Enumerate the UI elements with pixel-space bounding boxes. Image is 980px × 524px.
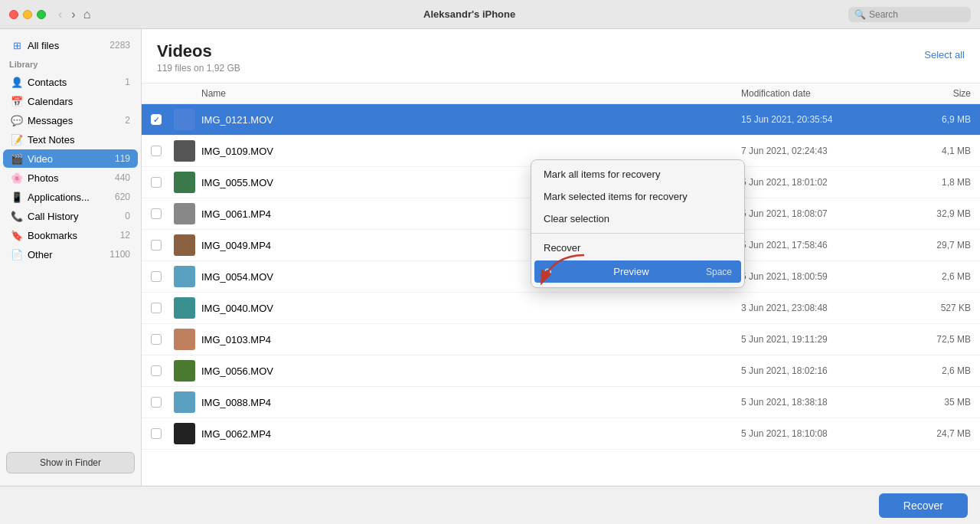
- table-row[interactable]: IMG_0121.MOV15 Jun 2021, 20:35:546,9 MB: [142, 104, 980, 136]
- sidebar-label-other: Other: [28, 249, 105, 260]
- calendars-icon: 📅: [11, 95, 23, 107]
- sidebar-item-messages[interactable]: 💬 Messages 2: [3, 111, 138, 129]
- table-row[interactable]: IMG_0040.MOV3 Jun 2021, 23:08:48527 KB: [142, 293, 980, 324]
- titlebar: ‹ › ⌂ Aleksandr's iPhone 🔍: [0, 0, 980, 29]
- table-row[interactable]: IMG_0103.MP45 Jun 2021, 19:11:2972,5 MB: [142, 324, 980, 355]
- file-thumbnail: [174, 423, 195, 444]
- file-thumbnail: [174, 234, 195, 256]
- context-menu: Mark all items for recovery Mark selecte…: [531, 159, 745, 288]
- file-size: 35 MB: [894, 397, 971, 408]
- sidebar-count-bookmarks: 12: [120, 230, 130, 241]
- file-size: 1,8 MB: [894, 177, 971, 188]
- home-button[interactable]: ⌂: [83, 8, 91, 21]
- sidebar-item-call-history[interactable]: 📞 Call History 0: [3, 207, 138, 225]
- sidebar-item-contacts[interactable]: 👤 Contacts 1: [3, 73, 138, 91]
- row-checkbox[interactable]: [151, 397, 162, 408]
- sidebar-count-all-files: 2283: [109, 40, 130, 51]
- file-date: 5 Jun 2021, 17:58:46: [741, 240, 894, 251]
- sidebar-label-contacts: Contacts: [28, 77, 120, 88]
- file-name: IMG_0040.MOV: [201, 303, 741, 314]
- sidebar-item-calendars[interactable]: 📅 Calendars: [3, 92, 138, 110]
- row-checkbox[interactable]: [151, 177, 162, 188]
- sidebar-item-photos[interactable]: 🌸 Photos 440: [3, 169, 138, 187]
- row-checkbox[interactable]: [151, 303, 162, 313]
- minimize-button[interactable]: [23, 10, 32, 19]
- row-checkbox[interactable]: [151, 271, 162, 282]
- file-size: 527 KB: [894, 303, 971, 313]
- table-row[interactable]: IMG_0056.MOV5 Jun 2021, 18:02:162,6 MB: [142, 355, 980, 387]
- header-text: Videos 119 files on 1,92 GB: [157, 41, 240, 74]
- search-bar[interactable]: 🔍: [848, 7, 971, 22]
- sidebar-item-applications[interactable]: 📱 Applications... 620: [3, 188, 138, 206]
- table-row[interactable]: IMG_0062.MP45 Jun 2021, 18:10:0824,7 MB: [142, 418, 980, 450]
- file-date: 5 Jun 2021, 18:00:59: [741, 271, 894, 282]
- show-finder-button[interactable]: Show in Finder: [6, 452, 135, 473]
- sidebar: ⊞ All files 2283 Library 👤 Contacts 1 📅 …: [0, 29, 142, 486]
- video-icon: 🎬: [11, 152, 23, 165]
- text-notes-icon: 📝: [11, 133, 23, 146]
- sidebar-count-messages: 2: [125, 115, 130, 126]
- sidebar-count-photos: 440: [115, 172, 130, 183]
- sidebar-item-text-notes[interactable]: 📝 Text Notes: [3, 130, 138, 149]
- menu-item-mark-all[interactable]: Mark all items for recovery: [531, 163, 744, 185]
- file-size: 2,6 MB: [894, 271, 971, 282]
- table-row[interactable]: IMG_0088.MP45 Jun 2021, 18:38:1835 MB: [142, 387, 980, 418]
- row-checkbox[interactable]: [151, 334, 162, 345]
- call-history-icon: 📞: [11, 210, 23, 222]
- sidebar-label-calendars: Calendars: [28, 96, 130, 107]
- sidebar-count-contacts: 1: [125, 77, 130, 87]
- file-thumbnail: [174, 329, 195, 350]
- col-header-size: Size: [894, 88, 971, 99]
- select-all-button[interactable]: Select all: [924, 46, 965, 64]
- sidebar-label-photos: Photos: [28, 172, 110, 184]
- file-thumbnail: [174, 360, 195, 382]
- row-checkbox[interactable]: [151, 146, 162, 156]
- applications-icon: 📱: [11, 191, 23, 203]
- file-thumbnail: [174, 109, 195, 130]
- file-date: 5 Jun 2021, 18:01:02: [741, 177, 894, 188]
- messages-icon: 💬: [11, 114, 23, 126]
- sidebar-item-video[interactable]: 🎬 Video 119: [3, 149, 138, 168]
- file-thumbnail: [174, 266, 195, 287]
- sidebar-label-all-files: All files: [28, 40, 105, 51]
- file-size: 24,7 MB: [894, 428, 971, 439]
- row-checkbox[interactable]: [151, 114, 162, 125]
- recover-button[interactable]: Recover: [879, 493, 968, 518]
- photos-icon: 🌸: [11, 172, 23, 184]
- row-checkbox[interactable]: [151, 365, 162, 376]
- page-title: Videos: [157, 41, 240, 61]
- forward-button[interactable]: ›: [68, 7, 78, 22]
- preview-icon: ⊙: [544, 266, 552, 277]
- row-checkbox[interactable]: [151, 428, 162, 439]
- menu-item-clear-selection[interactable]: Clear selection: [531, 208, 744, 230]
- sidebar-item-all-files[interactable]: ⊞ All files 2283: [3, 36, 138, 54]
- back-button[interactable]: ‹: [55, 7, 65, 22]
- menu-item-mark-selected[interactable]: Mark selected items for recovery: [531, 185, 744, 208]
- file-size: 6,9 MB: [894, 114, 971, 125]
- row-checkbox[interactable]: [151, 208, 162, 219]
- sidebar-label-text-notes: Text Notes: [28, 134, 130, 146]
- nav-buttons: ‹ ›: [55, 7, 79, 22]
- page-subtitle: 119 files on 1,92 GB: [157, 63, 240, 74]
- file-name: IMG_0056.MOV: [201, 365, 741, 377]
- bottom-bar: Recover: [0, 486, 980, 524]
- file-size: 32,9 MB: [894, 208, 971, 219]
- file-date: 5 Jun 2021, 18:10:08: [741, 428, 894, 439]
- file-date: 5 Jun 2021, 19:11:29: [741, 334, 894, 345]
- close-button[interactable]: [9, 10, 18, 19]
- window-title: Aleksandr's iPhone: [90, 8, 848, 20]
- search-input[interactable]: [869, 9, 961, 20]
- menu-item-preview[interactable]: ⊙ Preview Space: [534, 260, 741, 283]
- row-checkbox[interactable]: [151, 240, 162, 251]
- file-size: 72,5 MB: [894, 334, 971, 345]
- file-thumbnail: [174, 172, 195, 193]
- search-icon: 🔍: [854, 9, 866, 20]
- maximize-button[interactable]: [37, 10, 46, 19]
- content-header: Videos 119 files on 1,92 GB Select all: [142, 29, 980, 84]
- preview-label: Preview: [613, 266, 648, 277]
- file-size: 4,1 MB: [894, 146, 971, 156]
- sidebar-item-other[interactable]: 📄 Other 1100: [3, 245, 138, 264]
- sidebar-count-video: 119: [115, 153, 130, 164]
- sidebar-item-bookmarks[interactable]: 🔖 Bookmarks 12: [3, 226, 138, 244]
- menu-item-recover[interactable]: Recover: [531, 237, 744, 259]
